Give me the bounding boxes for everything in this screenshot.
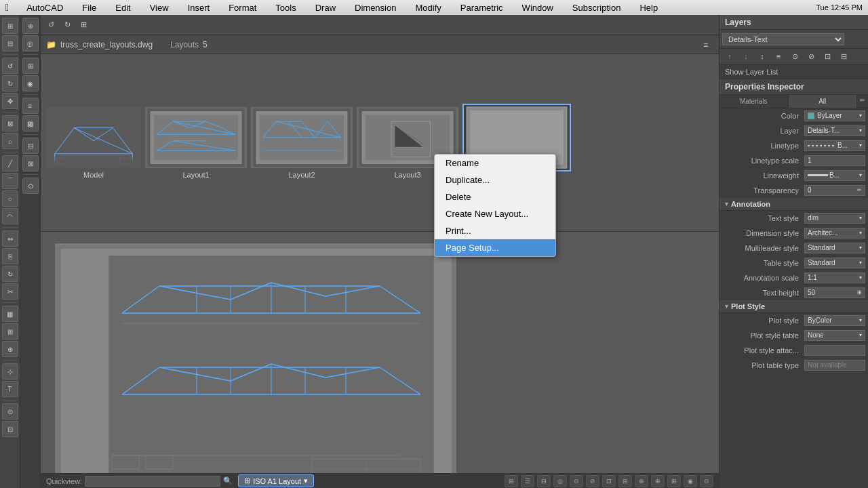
tool-properties[interactable]: ⊙ — [2, 403, 18, 420]
thumbnail-layout1[interactable]: Layout1 — [145, 107, 247, 179]
context-print[interactable]: Print... — [435, 222, 555, 239]
layer-btn-6[interactable]: ⊘ — [804, 49, 818, 64]
props-dim-style-value[interactable]: Architec... ▾ — [804, 228, 865, 239]
props-text-style-value[interactable]: dim ▾ — [804, 213, 865, 224]
menu-format[interactable]: Format — [224, 3, 260, 13]
menu-insert[interactable]: Insert — [184, 3, 214, 13]
layout-tab-iso-a1[interactable]: ⊞ ISO A1 Layout ▾ — [238, 474, 314, 487]
status-polar[interactable]: ⊙ — [570, 475, 583, 487]
props-multileader-value[interactable]: Standard ▾ — [804, 243, 865, 253]
tool-zoom-extents[interactable]: ⊠ — [2, 115, 18, 131]
props-linetype-scale-value[interactable]: 1 — [804, 155, 865, 166]
panel-options[interactable]: ≡ — [698, 37, 713, 52]
tb-new[interactable]: ⊞ — [76, 18, 91, 33]
tool2-layer[interactable]: ≡ — [22, 98, 39, 114]
menu-draw[interactable]: Draw — [311, 3, 340, 13]
tool-line[interactable]: ╱ — [2, 155, 18, 171]
status-annotation[interactable]: ⊙ — [700, 475, 713, 487]
plot-section-title[interactable]: ▾ Plot Style — [719, 300, 868, 313]
tool-undo[interactable]: ↺ — [2, 58, 18, 74]
props-text-height-value[interactable]: 50 ⊞ — [804, 287, 865, 298]
tool-hatch[interactable]: ▦ — [2, 306, 18, 322]
apple-menu[interactable]:  — [5, 2, 9, 13]
props-color-value[interactable]: ByLayer ▾ — [804, 110, 865, 121]
status-transparency[interactable]: ⊞ — [667, 475, 681, 487]
tool-dim[interactable]: ⊹ — [2, 363, 18, 380]
tool-circle[interactable]: ○ — [2, 190, 18, 207]
tool2-ortho[interactable]: ⊞ — [22, 58, 39, 74]
tool-move[interactable]: ⇔ — [2, 230, 18, 247]
tool-arc[interactable]: ◠ — [2, 208, 18, 224]
status-lweight[interactable]: ⊕ — [651, 475, 665, 487]
tool2-view[interactable]: ⊠ — [22, 155, 39, 171]
menu-help[interactable]: Help — [635, 3, 662, 13]
menu-tools[interactable]: Tools — [271, 3, 300, 13]
layer-btn-2[interactable]: ↓ — [738, 49, 753, 64]
status-selection[interactable]: ◉ — [684, 475, 697, 487]
tool-new[interactable]: ⊞ — [2, 18, 18, 34]
quickview-search-icon[interactable]: 🔍 — [223, 476, 233, 485]
context-delete[interactable]: Delete — [435, 188, 555, 205]
props-plot-style-value[interactable]: ByColor ▾ — [804, 315, 865, 326]
layer-btn-5[interactable]: ⊙ — [787, 49, 802, 64]
status-ortho[interactable]: ◎ — [553, 475, 567, 487]
tool2-isolate[interactable]: ⊙ — [22, 178, 39, 194]
tb-redo[interactable]: ↻ — [60, 18, 75, 33]
tool-text[interactable]: T — [2, 381, 18, 397]
quickview-input[interactable] — [85, 476, 220, 487]
tool-copy[interactable]: ⎘ — [2, 248, 18, 264]
tb-undo[interactable]: ↺ — [43, 18, 58, 33]
tool-zoom[interactable]: ⌕ — [2, 133, 18, 149]
tool2-3d[interactable]: ⊟ — [22, 138, 39, 154]
tool2-osnap[interactable]: ◎ — [22, 35, 39, 52]
context-rename[interactable]: Rename — [435, 155, 555, 171]
tool-insert[interactable]: ⊕ — [2, 341, 18, 357]
layer-btn-1[interactable]: ↑ — [722, 49, 737, 64]
tool-trim[interactable]: ✂ — [2, 283, 18, 300]
props-lineweight-value[interactable]: B... ▾ — [804, 170, 865, 181]
props-linetype-value[interactable]: B... ▾ — [804, 140, 865, 151]
props-layer-value[interactable]: Details-T... ▾ — [804, 125, 865, 136]
tool-pan[interactable]: ✥ — [2, 93, 18, 109]
thumbnail-model[interactable]: Model — [46, 107, 141, 179]
menu-file[interactable]: File — [78, 3, 100, 13]
menu-autocad[interactable]: AutoCAD — [22, 3, 67, 13]
status-osnap[interactable]: ⊘ — [586, 475, 599, 487]
tool-rotate[interactable]: ↻ — [2, 266, 18, 282]
status-grid[interactable]: ☰ — [521, 475, 534, 487]
props-plot-table-value[interactable]: None ▾ — [804, 330, 865, 341]
context-create-new-layout[interactable]: Create New Layout... — [435, 205, 555, 222]
tool2-polar[interactable]: ◉ — [22, 75, 39, 92]
status-ducs[interactable]: ⊟ — [618, 475, 632, 487]
menu-parametric[interactable]: Parametric — [456, 3, 507, 13]
layer-btn-7[interactable]: ⊡ — [820, 49, 835, 64]
tool-match[interactable]: ⊡ — [2, 421, 18, 437]
menu-view[interactable]: View — [146, 3, 173, 13]
status-otrack[interactable]: ⊡ — [602, 475, 616, 487]
menu-window[interactable]: Window — [518, 3, 557, 13]
tool-open[interactable]: ⊟ — [2, 35, 18, 52]
tool2-snap[interactable]: ⊕ — [22, 18, 39, 34]
status-model[interactable]: ⊞ — [505, 475, 518, 487]
context-duplicate[interactable]: Duplicate... — [435, 171, 555, 188]
status-dyn[interactable]: ⊗ — [635, 475, 648, 487]
filter-tab-materials[interactable]: Materials — [719, 95, 789, 108]
filter-tab-all[interactable]: All — [789, 95, 858, 108]
props-table-style-value[interactable]: Standard ▾ — [804, 258, 865, 268]
layer-btn-8[interactable]: ⊟ — [836, 49, 851, 64]
tool2-bycolor[interactable]: ▩ — [22, 115, 39, 131]
menu-dimension[interactable]: Dimension — [351, 3, 400, 13]
tool-redo[interactable]: ↻ — [2, 75, 18, 92]
layer-dropdown[interactable]: Details-Text — [722, 33, 844, 45]
props-annotation-scale-value[interactable]: 1:1 ▾ — [804, 272, 865, 283]
thumbnail-layout2[interactable]: Layout2 — [251, 107, 353, 179]
tool-polyline[interactable]: ⌒ — [2, 173, 18, 189]
menu-modify[interactable]: Modify — [411, 3, 445, 13]
annotation-section-title[interactable]: ▾ Annotation — [719, 198, 868, 211]
menu-subscription[interactable]: Subscription — [568, 3, 625, 13]
context-page-setup[interactable]: Page Setup... — [435, 239, 555, 256]
tool-block[interactable]: ⊞ — [2, 323, 18, 340]
layer-btn-3[interactable]: ↕ — [755, 49, 770, 64]
status-snap[interactable]: ⊟ — [537, 475, 551, 487]
filter-edit-btn[interactable]: ✏ — [857, 95, 868, 106]
